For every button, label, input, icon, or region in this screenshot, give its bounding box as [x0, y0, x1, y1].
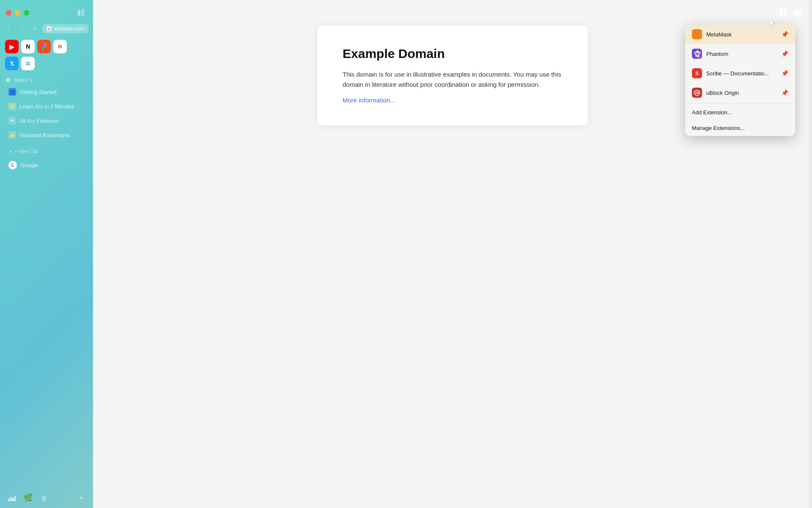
leaf-icon[interactable]: 🌿: [22, 492, 34, 504]
svg-rect-13: [779, 9, 783, 12]
svg-rect-0: [78, 10, 80, 16]
sidebar-item-imported-bookmarks-label: Imported Bookmarks: [19, 132, 70, 138]
new-tab-icon: +: [8, 148, 12, 155]
space-name: Space 1: [14, 77, 32, 83]
traffic-lights: [0, 0, 93, 22]
add-icon[interactable]: +: [75, 492, 87, 504]
google-favicon: G: [8, 161, 17, 169]
extensions-divider: [685, 103, 795, 104]
google-label: Google: [20, 162, 38, 168]
ublock-icon: uB: [692, 88, 702, 98]
svg-rect-4: [41, 43, 44, 46]
svg-marker-20: [694, 32, 697, 33]
webpage-body: This domain is for use in illustrative e…: [343, 69, 562, 90]
svg-marker-22: [694, 36, 696, 37]
url-bar[interactable]: e example.com: [42, 24, 89, 33]
manage-extensions-button[interactable]: Manage Extensions...: [685, 120, 795, 136]
favicon: e: [47, 26, 52, 31]
new-tab-button[interactable]: + + New Tab: [3, 146, 91, 157]
getting-started-icon: 🟦: [8, 88, 16, 96]
scribe-icon: S: [692, 68, 702, 78]
metamask-icon: [692, 29, 702, 39]
reload-button[interactable]: ↺: [30, 24, 40, 34]
webpage-card: Example Domain This domain is for use in…: [317, 25, 588, 125]
svg-rect-11: [12, 498, 14, 501]
svg-text:uB: uB: [695, 91, 699, 94]
sidebar-item-google[interactable]: G Google: [3, 158, 91, 172]
sidebar-item-learn-arc[interactable]: ⭐ Learn Arc in 2 Minutes: [3, 99, 91, 113]
manage-extensions-label: Manage Extensions...: [692, 125, 745, 131]
metamask-pin-icon[interactable]: 📌: [781, 31, 788, 38]
svg-rect-2: [81, 12, 85, 14]
svg-marker-21: [698, 36, 700, 37]
extension-ublock[interactable]: uB uBlock Origin 📌: [685, 83, 795, 102]
sidebar-item-imported-bookmarks[interactable]: 📁 Imported Bookmarks: [3, 128, 91, 142]
scribe-name: Scribe — Documentatio...: [706, 70, 777, 77]
extensions-button[interactable]: [776, 6, 790, 19]
ublock-name: uBlock Origin: [706, 90, 777, 96]
svg-rect-5: [44, 43, 47, 46]
phantom-icon: 👻: [692, 49, 702, 59]
sidebar: ‹ › ↺ e example.com ▶ N M 𝕏 31: [0, 0, 93, 508]
minimize-button[interactable]: [15, 10, 20, 16]
svg-rect-7: [41, 47, 44, 50]
svg-rect-15: [779, 13, 783, 17]
favorite-notion[interactable]: N: [21, 40, 35, 53]
fullscreen-button[interactable]: [24, 10, 29, 16]
sidebar-item-getting-started-label: Getting Started: [19, 89, 56, 95]
sidebar-item-learn-arc-label: Learn Arc in 2 Minutes: [19, 103, 74, 110]
add-extension-label: Add Extension...: [692, 109, 732, 116]
metamask-name: MetaMask: [706, 31, 777, 38]
url-text: example.com: [54, 26, 84, 32]
space-label: Space 1: [0, 74, 93, 85]
svg-marker-19: [697, 32, 700, 33]
svg-marker-23: [696, 33, 697, 35]
sidebar-item-getting-started[interactable]: 🟦 Getting Started: [3, 85, 91, 99]
extension-phantom[interactable]: 👻 Phantom 📌: [685, 44, 795, 64]
phantom-pin-icon[interactable]: 📌: [781, 50, 788, 57]
svg-rect-1: [81, 10, 85, 11]
webpage-title: Example Domain: [343, 47, 562, 61]
url-bar-row: ‹ › ↺ e example.com: [0, 22, 93, 37]
svg-marker-25: [696, 36, 697, 36]
svg-rect-12: [14, 496, 16, 501]
sidebar-item-all-features[interactable]: ✦ All Arc Features: [3, 114, 91, 127]
svg-rect-16: [784, 13, 787, 17]
svg-rect-6: [41, 45, 44, 48]
more-information-link[interactable]: More information...: [343, 97, 395, 104]
add-extension-button[interactable]: Add Extension...: [685, 105, 795, 120]
toolbar-top-right: [770, 0, 812, 25]
scrollbar-track[interactable]: [809, 0, 812, 508]
svg-rect-9: [8, 499, 10, 501]
favorite-gmail[interactable]: M: [53, 40, 67, 53]
sidebar-bottom: 🌿 🗑 +: [0, 488, 93, 508]
back-button[interactable]: ‹: [4, 24, 14, 34]
space-dot-icon: [6, 78, 10, 82]
analytics-icon[interactable]: [6, 492, 18, 504]
favorite-calendar[interactable]: 31: [21, 57, 35, 70]
phantom-name: Phantom: [706, 51, 777, 57]
sidebar-toggle-button[interactable]: [75, 7, 87, 19]
svg-rect-10: [10, 497, 12, 501]
favorites-row-2: 𝕏 31: [0, 56, 93, 74]
forward-button[interactable]: ›: [17, 24, 27, 34]
sidebar-item-all-features-label: All Arc Features: [19, 118, 58, 124]
scribe-pin-icon[interactable]: 📌: [781, 70, 788, 77]
svg-marker-24: [697, 33, 699, 35]
favorite-twitter[interactable]: 𝕏: [5, 57, 19, 70]
ublock-pin-icon[interactable]: 📌: [781, 89, 788, 96]
imported-bookmarks-icon: 📁: [8, 131, 16, 139]
learn-arc-icon: ⭐: [8, 102, 16, 110]
new-tab-label: + New Tab: [14, 149, 38, 155]
extension-metamask[interactable]: MetaMask 📌: [685, 25, 795, 44]
split-view-button[interactable]: [792, 6, 805, 19]
extensions-dropdown: MetaMask 📌 👻 Phantom 📌 S Scribe — Docume…: [685, 25, 795, 136]
trash-icon[interactable]: 🗑: [38, 492, 50, 504]
favorite-youtube[interactable]: ▶: [5, 40, 19, 53]
svg-rect-17: [795, 10, 798, 16]
svg-rect-3: [81, 14, 85, 16]
favorite-figma[interactable]: [37, 40, 51, 53]
all-features-icon: ✦: [8, 117, 16, 124]
extension-scribe[interactable]: S Scribe — Documentatio... 📌: [685, 64, 795, 83]
close-button[interactable]: [6, 10, 11, 16]
